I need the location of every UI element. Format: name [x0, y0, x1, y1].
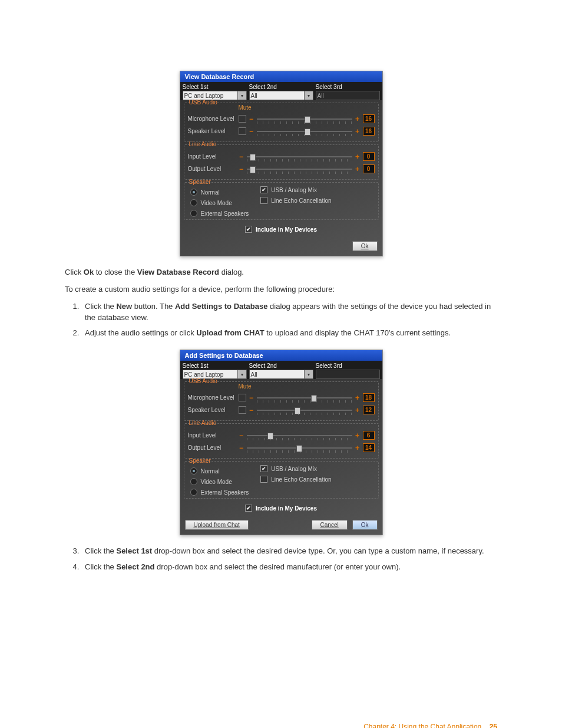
checkbox-icon[interactable] — [260, 465, 267, 472]
slider-track[interactable] — [247, 434, 352, 437]
radio-icon[interactable] — [190, 210, 197, 217]
cancel-button[interactable]: Cancel — [312, 520, 348, 530]
slider-track[interactable] — [257, 409, 352, 412]
slider-track[interactable] — [247, 446, 352, 450]
minus-icon[interactable]: − — [249, 129, 254, 134]
level-slider-row: Microphone Level − + 16 — [188, 114, 375, 123]
minus-icon[interactable]: − — [239, 433, 244, 439]
select1-label: Select 1st — [183, 363, 247, 369]
select1-value: PC and Laptop — [184, 371, 224, 378]
level-slider-row: Input Level − + 6 — [188, 431, 375, 440]
mute-checkbox[interactable] — [239, 127, 246, 135]
checkbox-option[interactable]: Line Echo Cancellation — [260, 197, 331, 204]
list-item: Click the New button. The Add Settings t… — [81, 301, 497, 324]
minus-icon[interactable]: − — [239, 166, 244, 172]
checkbox-icon[interactable] — [260, 186, 267, 193]
plus-icon[interactable]: + — [355, 116, 361, 122]
radio-icon[interactable] — [190, 189, 197, 196]
minus-icon[interactable]: − — [249, 116, 254, 122]
include-in-my-devices[interactable]: Include in My Devices — [180, 226, 382, 233]
checkbox-option[interactable]: USB / Analog Mix — [260, 465, 331, 472]
plus-icon[interactable]: + — [355, 395, 361, 401]
add-settings-to-database-dialog: Add Settings to Database Select 1st PC a… — [180, 350, 383, 535]
include-checkbox[interactable] — [245, 226, 252, 233]
slider-ticks — [257, 400, 352, 403]
checkbox-icon[interactable] — [260, 476, 267, 483]
select2-label: Select 2nd — [249, 84, 313, 90]
radio-option[interactable]: Video Mode — [190, 199, 249, 206]
include-checkbox[interactable] — [245, 505, 252, 512]
slider-value: 0 — [363, 152, 375, 161]
speaker-group: Speaker Normal Video Mode External Speak… — [184, 461, 379, 499]
chevron-down-icon[interactable] — [304, 370, 313, 378]
checkbox-option[interactable]: USB / Analog Mix — [260, 186, 331, 193]
slider-ticks — [247, 438, 352, 440]
upload-from-chat-button[interactable]: Upload from Chat — [185, 520, 249, 530]
line-audio-group: Line Audio Input Level − + 6 Output Leve… — [184, 423, 379, 459]
plus-icon[interactable]: + — [355, 154, 361, 160]
dialog-title: View Database Record — [180, 71, 382, 82]
checkbox-label: USB / Analog Mix — [271, 466, 317, 472]
chevron-down-icon[interactable] — [304, 91, 313, 100]
radio-option[interactable]: Video Mode — [190, 478, 249, 485]
ok-button[interactable]: Ok — [352, 520, 378, 530]
radio-option[interactable]: External Speakers — [190, 210, 249, 217]
minus-icon[interactable]: − — [249, 407, 254, 413]
procedure-list: Click the Select 1st drop-down box and s… — [65, 546, 497, 573]
procedure-list: Click the New button. The Add Settings t… — [65, 301, 497, 340]
slider-value: 0 — [363, 164, 375, 173]
minus-icon[interactable]: − — [239, 154, 244, 160]
plus-icon[interactable]: + — [355, 433, 361, 439]
slider-value: 16 — [363, 114, 375, 123]
dialog-title: Add Settings to Database — [180, 350, 382, 361]
radio-icon[interactable] — [190, 467, 197, 475]
mute-checkbox[interactable] — [239, 406, 246, 414]
slider-label: Microphone Level — [188, 394, 236, 401]
radio-icon[interactable] — [190, 199, 197, 206]
select2-dropdown[interactable]: All — [249, 370, 313, 379]
mute-checkbox[interactable] — [239, 115, 246, 123]
slider-track[interactable] — [247, 167, 352, 171]
radio-icon[interactable] — [190, 478, 197, 485]
slider-track[interactable] — [257, 130, 352, 133]
select2-dropdown[interactable]: All — [249, 91, 313, 100]
select3-dropdown[interactable] — [316, 370, 380, 379]
checkbox-icon[interactable] — [260, 197, 267, 204]
select3-dropdown[interactable]: All — [316, 91, 380, 100]
plus-icon[interactable]: + — [355, 445, 361, 451]
minus-icon[interactable]: − — [239, 445, 244, 451]
usb-audio-group: USB Audio Mute Microphone Level − + 18 S… — [184, 381, 379, 421]
slider-track[interactable] — [257, 117, 352, 121]
plus-icon[interactable]: + — [355, 129, 361, 134]
speaker-mode-radios: Normal Video Mode External Speakers — [188, 465, 249, 496]
speaker-options-checks: USB / Analog Mix Line Echo Cancellation — [260, 465, 331, 496]
ok-button[interactable]: Ok — [352, 241, 378, 251]
slider-track[interactable] — [257, 396, 352, 400]
slider-label: Input Level — [188, 153, 236, 160]
chevron-down-icon[interactable] — [237, 370, 246, 378]
radio-option[interactable]: External Speakers — [190, 489, 249, 496]
list-item: Click the Select 2nd drop-down box and s… — [81, 562, 497, 573]
plus-icon[interactable]: + — [355, 166, 361, 172]
include-in-my-devices[interactable]: Include in My Devices — [180, 505, 382, 512]
mute-header: Mute — [236, 383, 254, 390]
slider-track[interactable] — [247, 155, 352, 159]
slider-label: Speaker Level — [188, 128, 236, 134]
slider-ticks — [257, 121, 352, 124]
line-audio-group: Line Audio Input Level − + 0 Output Leve… — [184, 144, 379, 180]
mute-checkbox[interactable] — [239, 394, 246, 401]
usb-rows: Microphone Level − + 18 Speaker Level − … — [188, 393, 375, 414]
minus-icon[interactable]: − — [249, 395, 254, 401]
plus-icon[interactable]: + — [355, 407, 361, 413]
select1-label: Select 1st — [183, 84, 247, 90]
select2-value: All — [251, 93, 257, 99]
checkbox-label: Line Echo Cancellation — [271, 197, 331, 204]
radio-option[interactable]: Normal — [190, 189, 249, 196]
speaker-options-checks: USB / Analog Mix Line Echo Cancellation — [260, 186, 331, 217]
checkbox-option[interactable]: Line Echo Cancellation — [260, 476, 331, 483]
chevron-down-icon[interactable] — [237, 91, 246, 100]
radio-option[interactable]: Normal — [190, 467, 249, 475]
slider-value: 12 — [363, 406, 375, 414]
radio-icon[interactable] — [190, 489, 197, 496]
slider-ticks — [257, 134, 352, 136]
